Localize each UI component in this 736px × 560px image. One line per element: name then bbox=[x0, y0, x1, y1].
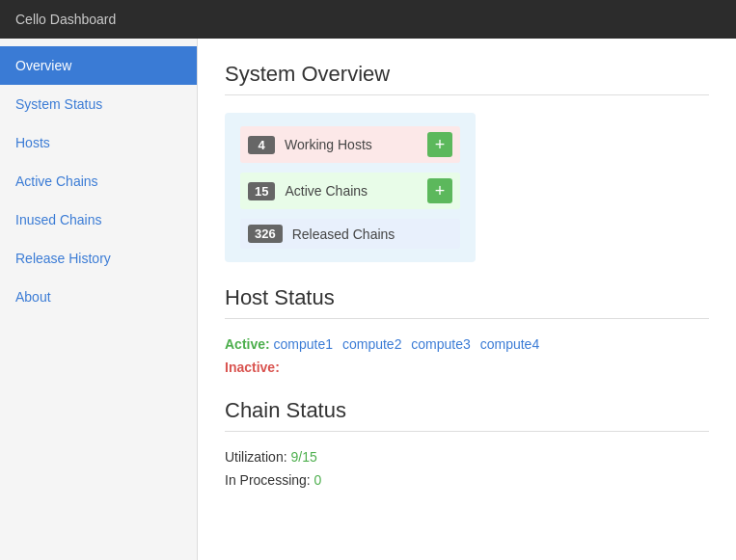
active-chains-label: Active Chains bbox=[285, 183, 416, 199]
host-status-divider bbox=[225, 318, 709, 319]
sidebar-item-hosts[interactable]: Hosts bbox=[0, 123, 197, 162]
active-chains-row: 15 Active Chains + bbox=[240, 173, 460, 209]
sidebar-item-release-history[interactable]: Release History bbox=[0, 239, 197, 278]
working-hosts-row: 4 Working Hosts + bbox=[240, 126, 460, 163]
compute3-link[interactable]: compute3 bbox=[411, 336, 470, 352]
utilization-value: 9/15 bbox=[290, 449, 316, 465]
sidebar-item-about[interactable]: About bbox=[0, 278, 197, 316]
overview-box: 4 Working Hosts + 15 Active Chains + 326… bbox=[225, 113, 476, 262]
active-hosts-line: Active: compute1 compute2 compute3 compu… bbox=[225, 336, 709, 352]
compute4-link[interactable]: compute4 bbox=[480, 336, 539, 352]
released-chains-count: 326 bbox=[248, 225, 283, 243]
chain-status-title: Chain Status bbox=[225, 398, 709, 423]
app-title: Cello Dashboard bbox=[15, 12, 116, 27]
compute1-link[interactable]: compute1 bbox=[274, 336, 333, 352]
page-title: System Overview bbox=[225, 62, 709, 87]
active-host-links: compute1 compute2 compute3 compute4 bbox=[274, 336, 546, 352]
inactive-label: Inactive: bbox=[225, 360, 280, 375]
compute2-link[interactable]: compute2 bbox=[342, 336, 401, 352]
sidebar-item-active-chains[interactable]: Active Chains bbox=[0, 162, 197, 200]
inactive-hosts-line: Inactive: bbox=[225, 360, 709, 375]
working-hosts-label: Working Hosts bbox=[285, 137, 416, 152]
in-processing-line: In Processing: 0 bbox=[225, 472, 709, 488]
sidebar-item-system-status[interactable]: System Status bbox=[0, 85, 197, 123]
title-divider bbox=[225, 94, 709, 95]
working-hosts-count: 4 bbox=[248, 136, 275, 154]
chain-status-divider bbox=[225, 431, 709, 432]
add-active-chain-button[interactable]: + bbox=[427, 178, 452, 203]
main-content: System Overview 4 Working Hosts + 15 Act… bbox=[198, 39, 736, 560]
chain-status-section: Chain Status Utilization: 9/15 In Proces… bbox=[225, 398, 709, 488]
add-working-host-button[interactable]: + bbox=[427, 132, 452, 157]
utilization-label: Utilization: bbox=[225, 449, 287, 465]
released-chains-row: 326 Released Chains bbox=[240, 219, 460, 249]
released-chains-label: Released Chains bbox=[292, 227, 452, 242]
sidebar-item-overview[interactable]: Overview bbox=[0, 46, 197, 85]
host-status-title: Host Status bbox=[225, 285, 709, 310]
in-processing-value: 0 bbox=[314, 472, 322, 488]
in-processing-label: In Processing: bbox=[225, 472, 311, 488]
sidebar: Overview System Status Hosts Active Chai… bbox=[0, 39, 198, 560]
sidebar-item-inused-chains[interactable]: Inused Chains bbox=[0, 200, 197, 239]
utilization-line: Utilization: 9/15 bbox=[225, 449, 709, 465]
active-chains-count: 15 bbox=[248, 182, 275, 200]
active-label: Active: bbox=[225, 336, 270, 352]
host-status-section: Host Status Active: compute1 compute2 co… bbox=[225, 285, 709, 375]
